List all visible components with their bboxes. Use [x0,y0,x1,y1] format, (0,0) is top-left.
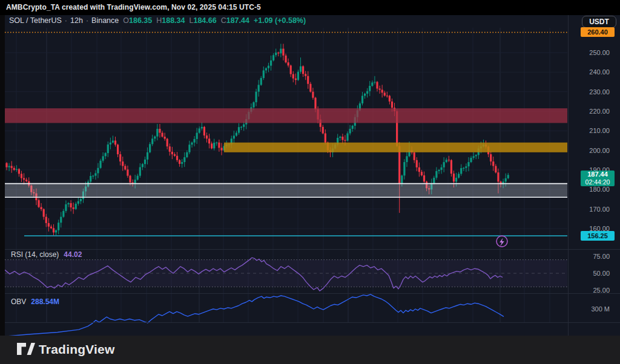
candle-body [147,152,148,160]
candle-body [255,92,257,102]
candle-body [450,160,452,174]
candle-body [169,146,171,152]
candle-body [8,166,10,167]
candle-body [240,127,242,128]
candle-body [188,145,190,152]
bar-countdown: 02:44:20 [581,178,615,186]
candle-body [440,167,442,170]
candle-body [171,152,173,154]
candle-body [346,134,348,141]
rsi-indicator-legend[interactable]: RSI (14, close)44.02 [11,250,82,259]
candle-body [25,180,27,181]
candle-body [467,162,469,166]
candle-body [114,140,116,145]
candle-body [142,164,143,167]
candle-body [183,157,185,162]
candle-body [453,174,455,181]
high-label: H [156,16,162,25]
candle-body [75,204,77,209]
price-tick-label: 240.00 [573,68,610,76]
candle-body [312,92,314,98]
tradingview-logo-icon[interactable] [17,343,35,357]
candle-body [151,138,153,144]
obv-indicator-legend[interactable]: OBV288.54M [11,297,59,306]
candle-body [124,166,126,170]
close-label: C [221,16,226,25]
candle-body [307,76,309,84]
alert-price-tag[interactable]: 260.40 [581,27,615,37]
candle-body [105,153,107,156]
candle-body [314,98,316,109]
tradingview-brand-text[interactable]: TradingView [39,342,115,357]
candle-body [416,160,418,167]
candle-body [378,88,380,89]
candle-body [21,174,22,178]
candle-body [149,144,151,152]
candle-body [270,60,272,66]
last-price-tag: 187.4402:44:20 [581,171,615,186]
candle-body [352,126,354,129]
candle-body [507,175,509,178]
candle-body [65,204,67,211]
candle-body [206,135,208,138]
candle-body [421,172,423,175]
candle-body [134,180,136,183]
candle-body [414,152,415,160]
symbol-title[interactable]: SOL / TetherUS [9,16,62,25]
open-label: O [123,16,129,25]
candle-body [384,93,386,96]
candle-body [102,156,104,160]
candle-body [438,170,440,171]
candle-body [465,166,467,168]
candle-body [460,168,462,174]
candle-body [463,168,464,169]
candle-body [196,133,198,139]
candle-body [403,162,405,175]
candle-body [186,152,188,157]
currency-toggle-button[interactable]: USDT [582,16,616,28]
candle-body [67,203,69,204]
candle-body [280,49,282,54]
candle-body [201,127,203,129]
candle-body [107,145,109,153]
candle-body [176,156,178,160]
symbol-bar: SOL / TetherUS·12h·BinanceO186.35H188.34… [9,16,306,27]
candle-body [211,143,213,148]
candle-body [275,53,277,55]
chart-canvas[interactable] [0,0,620,364]
candle-body [167,139,168,147]
candle-body [490,154,492,161]
high-value: 188.34 [162,16,185,25]
candle-body [45,217,47,223]
rsi-label[interactable]: RSI (14, close) [11,250,59,259]
candle-body [285,56,286,62]
price-tick-label: 170.00 [573,206,610,213]
resistance-zone[interactable] [5,108,567,123]
interval-label[interactable]: 12h [70,16,83,25]
candle-body [156,129,158,137]
candle-body [282,49,284,56]
candle-body [492,161,494,166]
price-tick-label: 210.00 [573,127,610,134]
candle-body [268,66,269,68]
candle-body [305,74,306,76]
candle-body [423,175,425,181]
candle-body [309,84,311,92]
candle-body [473,156,475,158]
candle-body [144,160,146,164]
candle-body [361,96,363,103]
candle-body [62,211,64,217]
candle-body [448,160,450,160]
obv-tick-label: 300 M [573,305,610,313]
exchange-label[interactable]: Binance [91,16,119,25]
candle-body [497,172,499,181]
candle-body [366,91,368,94]
candle-body [475,155,477,156]
supply-zone[interactable] [224,143,567,152]
candle-body [208,138,210,143]
support-zone[interactable] [5,184,567,198]
candle-body [13,168,15,170]
obv-label[interactable]: OBV [11,297,26,306]
candle-body [73,207,74,209]
candle-body [290,65,292,74]
